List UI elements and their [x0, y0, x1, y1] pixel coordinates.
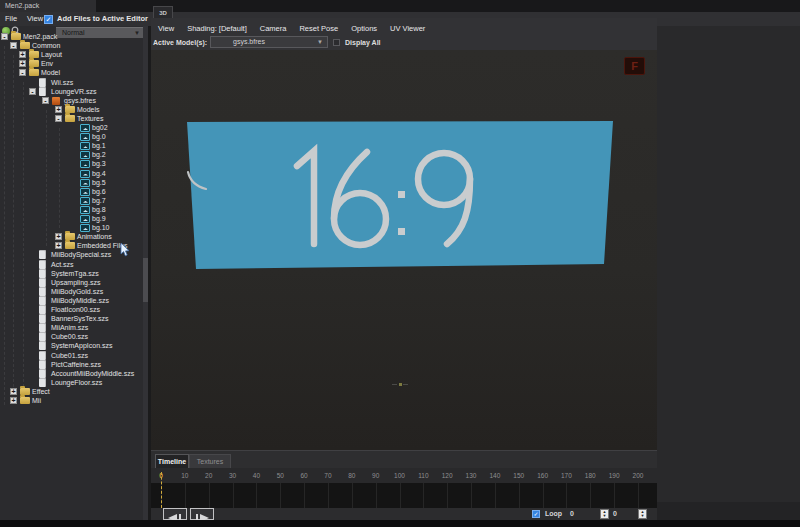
- timeline-gridline: [495, 483, 496, 508]
- menu-view3d[interactable]: View: [158, 22, 174, 36]
- tree-item-miianim-szs[interactable]: MiiAnim.szs: [0, 323, 142, 332]
- scrollbar-thumb[interactable]: [143, 258, 148, 302]
- tree-item-mii[interactable]: +Mii: [0, 396, 142, 405]
- expand-icon[interactable]: +: [10, 397, 17, 404]
- tree-item-floaticon00-szs[interactable]: FloatIcon00.szs: [0, 305, 142, 314]
- add-files-checkbox[interactable]: ✓: [44, 15, 53, 24]
- expand-icon[interactable]: +: [55, 242, 62, 249]
- timeline-tick-130: 130: [463, 468, 479, 483]
- loop-checkbox[interactable]: ✓: [532, 510, 540, 518]
- tree-item-act-szs[interactable]: Act.szs: [0, 260, 142, 269]
- expand-icon[interactable]: +: [19, 51, 26, 58]
- step-back-button[interactable]: [163, 508, 187, 520]
- timeline-tick-100: 100: [392, 468, 408, 483]
- tree-item-label: Cube01.szs: [51, 351, 88, 360]
- tree-item-label: Env: [41, 59, 53, 68]
- app-window: Men2.pack File View ✓ Add Files to Activ…: [0, 0, 800, 527]
- tree-item-miibodymiddle-szs[interactable]: MiiBodyMiddle.szs: [0, 296, 142, 305]
- tree-item-bg-10[interactable]: bg.10: [0, 223, 142, 232]
- tree-item-bg-3[interactable]: bg.3: [0, 159, 142, 168]
- step-forward-button[interactable]: [190, 508, 214, 520]
- tree-item-textures[interactable]: -Textures: [0, 114, 142, 123]
- menu-camera[interactable]: Camera: [260, 22, 287, 36]
- expand-icon[interactable]: +: [55, 233, 62, 240]
- menu-options[interactable]: Options: [351, 22, 377, 36]
- mouse-cursor-icon: [120, 243, 130, 257]
- tab-timeline[interactable]: Timeline: [155, 454, 189, 468]
- tree-item-cube00-szs[interactable]: Cube00.szs: [0, 332, 142, 341]
- tree-item-bg-8[interactable]: bg.8: [0, 205, 142, 214]
- tree-item-model[interactable]: -Model: [0, 68, 142, 77]
- tree-item-label: SystemTga.szs: [51, 269, 99, 278]
- expand-icon[interactable]: +: [55, 106, 62, 113]
- tree-item-pictcaffeine-szs[interactable]: PictCaffeine.szs: [0, 360, 142, 369]
- tab-textures[interactable]: Textures: [189, 454, 231, 468]
- tree-item-wii-szs[interactable]: Wii.szs: [0, 78, 142, 87]
- timeline-gridline: [400, 483, 401, 508]
- tree-item-env[interactable]: +Env: [0, 59, 142, 68]
- tree-item-bg-9[interactable]: bg.9: [0, 214, 142, 223]
- texture-icon: [80, 160, 90, 168]
- tree-item-layout[interactable]: +Layout: [0, 50, 142, 59]
- collapse-icon[interactable]: -: [19, 69, 26, 76]
- active-model-dropdown[interactable]: gsys.bfres ▼: [210, 36, 328, 48]
- tree-item-accountmiibodymiddle-szs[interactable]: AccountMiiBodyMiddle.szs: [0, 369, 142, 378]
- expand-icon[interactable]: +: [19, 60, 26, 67]
- expand-icon[interactable]: +: [10, 388, 17, 395]
- tree-item-upsampling-szs[interactable]: Upsampling.szs: [0, 278, 142, 287]
- timeline-gridline: [614, 483, 615, 508]
- menu-view[interactable]: View: [27, 12, 43, 26]
- tree-item-bg-7[interactable]: bg.7: [0, 196, 142, 205]
- tree-item-animations[interactable]: +Animations: [0, 232, 142, 241]
- timeline-gridline: [543, 483, 544, 508]
- display-all-checkbox[interactable]: [333, 39, 340, 46]
- 3d-viewport[interactable]: F: [151, 50, 657, 450]
- texture-icon: [80, 151, 90, 159]
- timeline-gridline: [519, 483, 520, 508]
- tree-item-miibodygold-szs[interactable]: MiiBodyGold.szs: [0, 287, 142, 296]
- collapse-icon[interactable]: -: [29, 88, 36, 95]
- file-tree: -Men2.pack-Common+Layout+Env-ModelWii.sz…: [0, 32, 142, 414]
- menu-file[interactable]: File: [5, 12, 17, 26]
- tree-item-label: bg.0: [92, 132, 106, 141]
- timeline-playhead[interactable]: [161, 472, 162, 508]
- tree-item-bg-6[interactable]: bg.6: [0, 187, 142, 196]
- tree-scrollbar[interactable]: [143, 26, 148, 520]
- frame-stepper-2[interactable]: ▲▼: [638, 509, 647, 519]
- tree-item-common[interactable]: -Common: [0, 41, 142, 50]
- collapse-icon[interactable]: -: [42, 97, 49, 104]
- tree-item-bannersystex-szs[interactable]: BannerSysTex.szs: [0, 314, 142, 323]
- tree-item-gsys-bfres[interactable]: -gsys.bfres: [0, 96, 142, 105]
- menu-shading[interactable]: Shading: [Default]: [187, 22, 247, 36]
- tree-item-cube01-szs[interactable]: Cube01.szs: [0, 351, 142, 360]
- menu-uv-viewer[interactable]: UV Viewer: [390, 22, 425, 36]
- tree-item-loungevr-szs[interactable]: -LoungeVR.szs: [0, 87, 142, 96]
- tree-item-label: Common: [32, 41, 60, 50]
- tree-item-models[interactable]: +Models: [0, 105, 142, 114]
- tree-item-label: MiiBodyGold.szs: [51, 287, 103, 296]
- tree-item-systemtga-szs[interactable]: SystemTga.szs: [0, 269, 142, 278]
- timeline-tick-70: 70: [320, 468, 336, 483]
- collapse-icon[interactable]: -: [1, 33, 8, 40]
- tree-item-bg-2[interactable]: bg.2: [0, 150, 142, 159]
- frame-stepper[interactable]: ▲▼: [600, 509, 609, 519]
- tree-item-label: BannerSysTex.szs: [51, 314, 109, 323]
- timeline-gridline: [447, 483, 448, 508]
- tree-item-bg-4[interactable]: bg.4: [0, 169, 142, 178]
- texture-icon: [80, 179, 90, 187]
- timeline-tick-60: 60: [296, 468, 312, 483]
- collapse-icon[interactable]: -: [55, 115, 62, 122]
- texture-icon: [80, 206, 90, 214]
- tree-item-bg-0[interactable]: bg.0: [0, 132, 142, 141]
- tree-item-bg02[interactable]: bg02: [0, 123, 142, 132]
- tree-item-bg-1[interactable]: bg.1: [0, 141, 142, 150]
- timeline-track[interactable]: [151, 483, 657, 508]
- tree-item-bg-5[interactable]: bg.5: [0, 178, 142, 187]
- timeline-ruler[interactable]: 0102030405060708090100110120130140150160…: [151, 468, 657, 483]
- file-icon: [39, 305, 46, 314]
- tree-item-systemappicon-szs[interactable]: SystemAppIcon.szs: [0, 341, 142, 350]
- document-tab[interactable]: Men2.pack: [0, 0, 96, 12]
- collapse-icon[interactable]: -: [10, 42, 17, 49]
- texture-icon: [80, 133, 90, 141]
- menu-reset-pose[interactable]: Reset Pose: [299, 22, 338, 36]
